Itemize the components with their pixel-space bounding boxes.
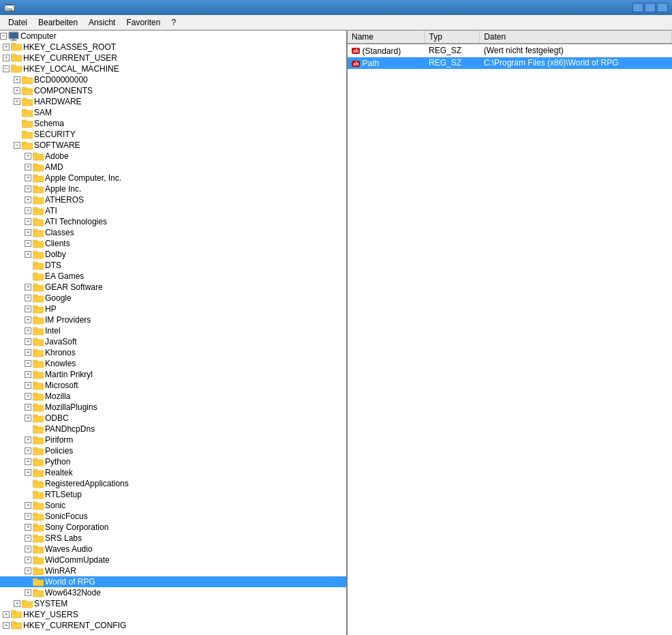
tree-item-waves_audio[interactable]: + Waves Audio bbox=[0, 544, 346, 555]
tree-item-apple_computer[interactable]: + Apple Computer, Inc. bbox=[0, 173, 346, 183]
tree-item-hkey_current_user[interactable]: + HKEY_CURRENT_USER bbox=[0, 53, 346, 63]
tree-item-rtlsetup[interactable]: RTLSetup bbox=[0, 489, 346, 500]
expand-btn[interactable]: + bbox=[25, 349, 31, 356]
tree-item-security[interactable]: SECURITY bbox=[0, 129, 346, 140]
tree-item-hkey_local_machine[interactable]: − HKEY_LOCAL_MACHINE bbox=[0, 63, 346, 74]
tree-item-apple_inc[interactable]: + Apple Inc. bbox=[0, 183, 346, 194]
menu-item-favoriten[interactable]: Favoriten bbox=[121, 16, 166, 29]
menu-item-ansicht[interactable]: Ansicht bbox=[83, 16, 121, 29]
tree-item-mozilla[interactable]: + Mozilla bbox=[0, 391, 346, 402]
expand-btn[interactable]: + bbox=[25, 327, 31, 334]
expand-btn[interactable]: + bbox=[25, 229, 31, 236]
expand-btn[interactable]: + bbox=[25, 447, 31, 454]
expand-btn[interactable]: + bbox=[25, 316, 31, 323]
table-header-daten[interactable]: Daten bbox=[480, 31, 672, 44]
tree-item-classes[interactable]: + Classes bbox=[0, 227, 346, 238]
tree-item-system[interactable]: + SYSTEM bbox=[0, 598, 346, 609]
tree-item-dolby[interactable]: + Dolby bbox=[0, 249, 346, 260]
menu-item-?[interactable]: ? bbox=[166, 16, 181, 29]
collapse-btn[interactable]: − bbox=[14, 142, 20, 149]
tree-item-software[interactable]: − SOFTWARE bbox=[0, 140, 346, 151]
expand-btn[interactable]: + bbox=[25, 469, 31, 476]
tree-item-dts[interactable]: DTS bbox=[0, 260, 346, 271]
expand-btn[interactable]: + bbox=[3, 611, 10, 618]
tree-item-ati[interactable]: + ATI bbox=[0, 205, 346, 216]
expand-btn[interactable]: + bbox=[25, 371, 31, 378]
minimize-button[interactable] bbox=[632, 3, 643, 12]
tree-item-intel[interactable]: + Intel bbox=[0, 325, 346, 336]
tree-item-realtek[interactable]: + Realtek bbox=[0, 467, 346, 478]
tree-item-knowles[interactable]: + Knowles bbox=[0, 358, 346, 369]
tree-item-hardware[interactable]: + HARDWARE bbox=[0, 96, 346, 107]
expand-btn[interactable]: + bbox=[25, 295, 31, 301]
tree-item-im_providers[interactable]: + IM Providers bbox=[0, 314, 346, 325]
expand-btn[interactable]: + bbox=[25, 251, 31, 258]
expand-btn[interactable]: + bbox=[25, 404, 31, 411]
tree-item-sonic[interactable]: + Sonic bbox=[0, 500, 346, 511]
tree-item-hkey_users[interactable]: + HKEY_USERS bbox=[0, 609, 346, 620]
expand-btn[interactable]: + bbox=[14, 98, 20, 105]
expand-btn[interactable]: + bbox=[25, 393, 31, 400]
tree-item-sonicfocus[interactable]: + SonicFocus bbox=[0, 511, 346, 522]
tree-item-srs_labs[interactable]: + SRS Labs bbox=[0, 533, 346, 544]
expand-btn[interactable]: + bbox=[3, 44, 10, 50]
tree-item-world_of_rpg[interactable]: World of RPG bbox=[0, 576, 346, 587]
collapse-btn[interactable]: − bbox=[3, 65, 10, 72]
tree-item-components[interactable]: + COMPONENTS bbox=[0, 85, 346, 96]
tree-item-sam[interactable]: SAM bbox=[0, 107, 346, 118]
expand-btn[interactable]: + bbox=[25, 557, 31, 563]
expand-btn[interactable]: + bbox=[25, 524, 31, 531]
expand-btn[interactable]: + bbox=[25, 240, 31, 247]
expand-btn[interactable]: + bbox=[25, 535, 31, 542]
expand-btn[interactable]: + bbox=[25, 338, 31, 345]
tree-item-widcommupdate[interactable]: + WidCommUpdate bbox=[0, 555, 346, 565]
tree-item-python[interactable]: + Python bbox=[0, 456, 346, 467]
tree-item-piriform[interactable]: + Piriform bbox=[0, 434, 346, 445]
expand-btn[interactable]: + bbox=[25, 207, 31, 214]
expand-btn[interactable]: + bbox=[25, 415, 31, 422]
tree-item-amd[interactable]: + AMD bbox=[0, 162, 346, 173]
tree-item-atheros[interactable]: + ATHEROS bbox=[0, 194, 346, 205]
expand-btn[interactable]: + bbox=[25, 284, 31, 291]
tree-item-clients[interactable]: + Clients bbox=[0, 238, 346, 249]
expand-btn[interactable]: + bbox=[25, 502, 31, 509]
tree-item-ati_tech[interactable]: + ATI Technologies bbox=[0, 216, 346, 227]
tree-item-sony_corporation[interactable]: + Sony Corporation bbox=[0, 522, 346, 533]
expand-btn[interactable]: + bbox=[25, 218, 31, 225]
collapse-btn[interactable]: − bbox=[0, 33, 7, 40]
tree-item-adobe[interactable]: + Adobe bbox=[0, 151, 346, 162]
tree-item-odbc[interactable]: + ODBC bbox=[0, 413, 346, 424]
expand-btn[interactable]: + bbox=[3, 55, 10, 61]
expand-btn[interactable]: + bbox=[14, 87, 20, 94]
tree-item-schema[interactable]: Schema bbox=[0, 118, 346, 129]
table-row[interactable]: ab PathREG_SZC:\Program Files (x86)\Worl… bbox=[348, 57, 672, 70]
expand-btn[interactable]: + bbox=[25, 186, 31, 192]
tree-item-gear_software[interactable]: + GEAR Software bbox=[0, 282, 346, 293]
tree-item-policies[interactable]: + Policies bbox=[0, 445, 346, 456]
expand-btn[interactable]: + bbox=[25, 513, 31, 520]
expand-btn[interactable]: + bbox=[25, 382, 31, 389]
table-header-typ[interactable]: Typ bbox=[425, 31, 480, 44]
tree-item-bcd00000000[interactable]: + BCD00000000 bbox=[0, 74, 346, 85]
tree-item-khronos[interactable]: + Khronos bbox=[0, 347, 346, 358]
expand-btn[interactable]: + bbox=[25, 567, 31, 574]
tree-item-javasoft[interactable]: + JavaSoft bbox=[0, 336, 346, 347]
table-row[interactable]: ab (Standard)REG_SZ(Wert nicht festgeleg… bbox=[348, 44, 672, 57]
tree-item-hkey_classes_root[interactable]: + HKEY_CLASSES_ROOT bbox=[0, 42, 346, 53]
expand-btn[interactable]: + bbox=[25, 306, 31, 312]
tree-item-microsoft[interactable]: + Microsoft bbox=[0, 380, 346, 391]
tree-item-wow6432node[interactable]: + Wow6432Node bbox=[0, 587, 346, 598]
menu-item-datei[interactable]: Datei bbox=[3, 16, 33, 29]
menu-item-bearbeiten[interactable]: Bearbeiten bbox=[33, 16, 83, 29]
tree-item-registered_apps[interactable]: RegisteredApplications bbox=[0, 478, 346, 489]
tree-item-pandhcpdns[interactable]: PANDhcpDns bbox=[0, 424, 346, 434]
expand-btn[interactable]: + bbox=[25, 546, 31, 552]
maximize-button[interactable] bbox=[645, 3, 656, 12]
expand-btn[interactable]: + bbox=[14, 600, 20, 607]
expand-btn[interactable]: + bbox=[25, 164, 31, 171]
tree-item-hp[interactable]: + HP bbox=[0, 304, 346, 314]
expand-btn[interactable]: + bbox=[14, 76, 20, 83]
close-button[interactable] bbox=[657, 3, 668, 12]
table-header-name[interactable]: Name bbox=[348, 31, 425, 44]
tree-item-google[interactable]: + Google bbox=[0, 293, 346, 304]
